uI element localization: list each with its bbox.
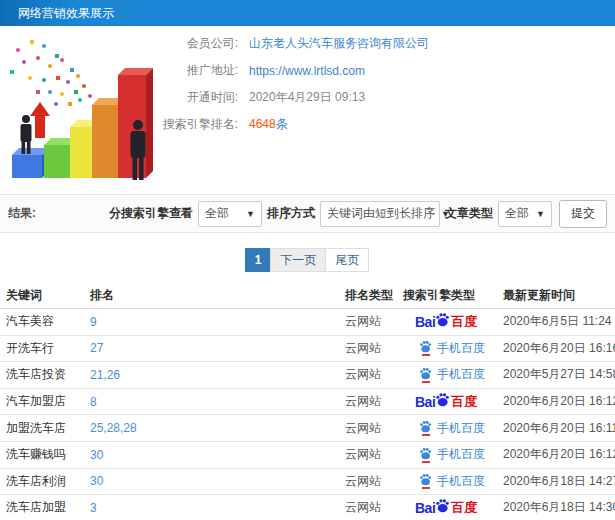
engine-type-cell: 手机百度 xyxy=(403,420,503,437)
rank-type-cell: 云网站 xyxy=(345,393,403,410)
engine-type-cell: 手机百度 xyxy=(403,366,503,383)
next-page-button[interactable]: 下一页 xyxy=(270,248,326,272)
info-row-company: 会员公司: 山东老人头汽车服务咨询有限公司 xyxy=(150,30,615,57)
mobile-baidu-badge: 手机百度 xyxy=(419,420,485,437)
rank-link[interactable]: 27 xyxy=(90,341,103,355)
sort-order-label: 排序方式 xyxy=(267,205,315,222)
last-page-button[interactable]: 尾页 xyxy=(325,248,369,272)
mobile-baidu-icon xyxy=(419,447,432,463)
update-time-cell: 2020年6月20日 16:12 xyxy=(503,446,615,463)
engine-type-cell: Bai百度 xyxy=(403,392,503,411)
sort-order-select[interactable]: 关键词由短到长排序 ▼ xyxy=(320,201,440,227)
rank-type-cell: 云网站 xyxy=(345,473,403,490)
rank-link[interactable]: 21,26 xyxy=(90,368,120,382)
baidu-paw-icon xyxy=(419,367,432,380)
table-row: 洗车店加盟3云网站Bai百度2020年6月18日 14:30 xyxy=(0,495,615,520)
table-body: 汽车美容9云网站Bai百度2020年6月5日 11:24开洗车行27云网站手机百… xyxy=(0,309,615,520)
baidu-paw-icon xyxy=(419,447,432,460)
rank-link[interactable]: 8 xyxy=(90,395,97,409)
table-row: 加盟洗车店25,28,28云网站手机百度2020年6月20日 16:11 xyxy=(0,415,615,442)
bar-chart-illustration xyxy=(0,28,195,190)
update-time-cell: 2020年6月18日 14:27 xyxy=(503,473,615,490)
rank-link[interactable]: 30 xyxy=(90,448,103,462)
growth-arrow-icon xyxy=(30,102,50,138)
header-engine-type: 搜索引擎类型 xyxy=(403,287,503,304)
baidu-paw-icon xyxy=(419,473,432,486)
pagination-page-1[interactable]: 1 xyxy=(245,248,272,272)
rank-type-cell: 云网站 xyxy=(345,446,403,463)
update-time-cell: 2020年6月5日 11:24 xyxy=(503,313,615,330)
engine-type-cell: 手机百度 xyxy=(403,340,503,357)
rank-link[interactable]: 9 xyxy=(90,315,97,329)
engine-type-cell: 手机百度 xyxy=(403,446,503,463)
keyword-cell: 汽车加盟店 xyxy=(0,393,90,410)
update-time-cell: 2020年6月18日 14:30 xyxy=(503,499,615,516)
company-link[interactable]: 山东老人头汽车服务咨询有限公司 xyxy=(238,35,429,52)
mobile-baidu-icon xyxy=(419,367,432,383)
mobile-baidu-icon xyxy=(419,420,432,436)
baidu-paw-icon xyxy=(419,420,432,433)
chevron-down-icon: ▼ xyxy=(246,209,255,219)
open-time-value: 2020年4月29日 09:13 xyxy=(238,89,365,106)
rank-link[interactable]: 25,28,28 xyxy=(90,421,137,435)
baidu-paw-icon xyxy=(435,392,450,407)
table-row: 开洗车行27云网站手机百度2020年6月20日 16:16 xyxy=(0,336,615,363)
update-time-cell: 2020年5月27日 14:58 xyxy=(503,366,615,383)
info-row-rank-count: 搜索引擎排名: 4648条 xyxy=(150,111,615,138)
update-time-cell: 2020年6月20日 16:16 xyxy=(503,340,615,357)
table-header-row: 关键词 排名 排名类型 搜索引擎类型 最新更新时间 xyxy=(0,283,615,309)
update-time-cell: 2020年6月20日 16:12 xyxy=(503,393,615,410)
baidu-logo: Bai百度 xyxy=(415,312,477,331)
keyword-cell: 汽车美容 xyxy=(0,313,90,330)
header-rank: 排名 xyxy=(90,287,345,304)
baidu-paw-icon xyxy=(435,312,450,327)
engine-type-cell: Bai百度 xyxy=(403,312,503,331)
member-info: 会员公司: 山东老人头汽车服务咨询有限公司 推广地址: https://www.… xyxy=(150,26,615,138)
chevron-down-icon: ▼ xyxy=(536,209,545,219)
sort-order-value: 关键词由短到长排序 xyxy=(327,205,435,222)
keyword-cell: 洗车店利润 xyxy=(0,473,90,490)
update-time-cell: 2020年6月20日 16:11 xyxy=(503,420,615,437)
table-row: 洗车店利润30云网站手机百度2020年6月18日 14:27 xyxy=(0,469,615,496)
baidu-logo: Bai百度 xyxy=(415,498,477,517)
header-update-time: 最新更新时间 xyxy=(503,287,615,304)
mobile-baidu-badge: 手机百度 xyxy=(419,340,485,357)
mobile-baidu-icon xyxy=(419,473,432,489)
mobile-baidu-badge: 手机百度 xyxy=(419,366,485,383)
result-label: 结果: xyxy=(8,205,36,222)
app-header: 网络营销效果展示 xyxy=(0,0,615,26)
header-keyword: 关键词 xyxy=(0,287,90,304)
rank-type-cell: 云网站 xyxy=(345,366,403,383)
table-row: 洗车赚钱吗30云网站手机百度2020年6月20日 16:12 xyxy=(0,442,615,469)
rank-link[interactable]: 3 xyxy=(90,501,97,515)
article-type-select[interactable]: 全部 ▼ xyxy=(498,201,552,227)
table-row: 汽车美容9云网站Bai百度2020年6月5日 11:24 xyxy=(0,309,615,336)
rank-count-value: 4648条 xyxy=(238,116,288,133)
article-type-label: 文章类型 xyxy=(445,205,493,222)
article-type-value: 全部 xyxy=(505,205,529,222)
mobile-baidu-badge: 手机百度 xyxy=(419,473,485,490)
rank-link[interactable]: 30 xyxy=(90,474,103,488)
engine-type-cell: Bai百度 xyxy=(403,498,503,517)
info-row-open-time: 开通时间: 2020年4月29日 09:13 xyxy=(150,84,615,111)
engine-filter-label: 分搜索引擎查看 xyxy=(109,205,193,222)
baidu-paw-icon xyxy=(419,340,432,353)
rank-type-cell: 云网站 xyxy=(345,420,403,437)
rank-type-cell: 云网站 xyxy=(345,313,403,330)
keyword-cell: 加盟洗车店 xyxy=(0,420,90,437)
engine-type-cell: 手机百度 xyxy=(403,473,503,490)
baidu-paw-icon xyxy=(435,498,450,513)
page-title: 网络营销效果展示 xyxy=(18,6,114,20)
top-section: 会员公司: 山东老人头汽车服务咨询有限公司 推广地址: https://www.… xyxy=(0,26,615,194)
header-rank-type: 排名类型 xyxy=(345,287,403,304)
rank-type-cell: 云网站 xyxy=(345,340,403,357)
engine-filter-select[interactable]: 全部 ▼ xyxy=(198,201,262,227)
engine-filter-value: 全部 xyxy=(205,205,229,222)
promo-url-link[interactable]: https://www.lrtlsd.com xyxy=(238,64,365,78)
rank-type-cell: 云网站 xyxy=(345,499,403,516)
submit-button[interactable]: 提交 xyxy=(559,200,607,228)
filter-bar: 结果: 分搜索引擎查看 全部 ▼ 排序方式 关键词由短到长排序 ▼ 文章类型 全… xyxy=(0,194,615,233)
info-row-url: 推广地址: https://www.lrtlsd.com xyxy=(150,57,615,84)
table-row: 洗车店投资21,26云网站手机百度2020年5月27日 14:58 xyxy=(0,362,615,389)
baidu-logo: Bai百度 xyxy=(415,392,477,411)
